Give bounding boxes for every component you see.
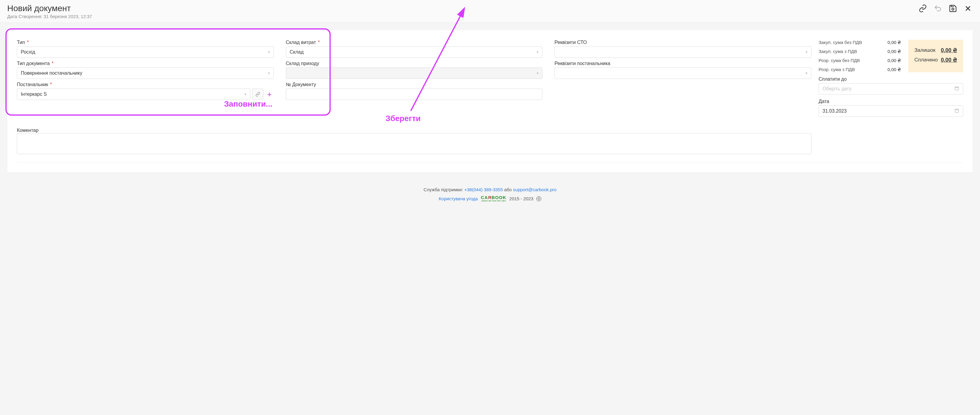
chevron-down-icon: ▾ <box>268 50 270 54</box>
supplier-link-button[interactable] <box>252 89 264 100</box>
creation-date: Дата Створення: 31 березня 2023, 12:37 <box>7 14 92 19</box>
page-header: Новий документ Дата Створення: 31 березн… <box>0 0 980 23</box>
doc-type-select[interactable]: Повернення постачальнику ▾ <box>17 67 274 79</box>
supplier-select[interactable]: Інтеркарс S ▾ <box>17 89 250 100</box>
paid-value[interactable]: 0,00 ₴ <box>941 57 957 63</box>
supplier-requisites-label: Реквізити постачальника <box>554 61 811 66</box>
paid-label: Сплачено <box>914 57 938 63</box>
sum-row-sale-novat: Розр. сума без ПДВ0,00 ₴ <box>819 58 901 63</box>
footer-or: або <box>504 187 512 192</box>
header-actions <box>918 4 973 13</box>
sum-row-purchase-vat: Закуп. сума з ПДВ0,00 ₴ <box>819 49 901 54</box>
link-icon[interactable] <box>918 4 928 13</box>
comment-label: Коментар <box>17 128 811 133</box>
remaining-label: Залишок <box>914 47 935 53</box>
registered-icon: R <box>536 196 541 201</box>
sto-requisites-select[interactable]: ▾ <box>554 46 811 58</box>
svg-rect-2 <box>955 87 959 90</box>
pay-until-label: Сплатити до <box>819 76 963 82</box>
pay-until-input[interactable]: Оберіть дату <box>819 83 963 95</box>
income-warehouse-select: ▾ <box>286 67 543 79</box>
footer-years: 2015 - 2023 <box>509 196 533 201</box>
sum-row-sale-vat: Розр. сума з ПДВ0,00 ₴ <box>819 67 901 72</box>
chevron-down-icon: ▾ <box>537 50 538 54</box>
comment-textarea[interactable] <box>17 133 811 154</box>
chevron-down-icon: ▾ <box>806 71 807 75</box>
user-agreement-link[interactable]: Користувача угода <box>439 196 478 201</box>
chevron-down-icon: ▾ <box>806 50 807 54</box>
income-warehouse-label: Склад приходу <box>286 61 543 66</box>
calendar-icon <box>955 86 959 92</box>
svg-rect-3 <box>955 109 959 112</box>
summary-highlight-box: Залишок0,00 ₴ Сплачено0,00 ₴ <box>908 40 963 72</box>
support-phone-link[interactable]: +38(044) 389-3355 <box>465 187 503 192</box>
supplier-label: Постачальник * <box>17 82 274 87</box>
document-panel: Заповнити... Зберегти Тип * Росхід ▾ Тип… <box>7 30 973 173</box>
support-label: Служба підтримки: <box>423 187 463 192</box>
date-input[interactable]: 31.03.2023 <box>819 105 963 117</box>
chevron-down-icon: ▾ <box>537 71 538 75</box>
sto-requisites-label: Реквізити СТО <box>554 40 811 45</box>
remaining-value[interactable]: 0,00 ₴ <box>941 47 957 54</box>
support-email-link[interactable]: support@carbook.pro <box>513 187 556 192</box>
form-fields: Тип * Росхід ▾ Тип документа * Поверненн… <box>17 40 811 117</box>
type-label: Тип * <box>17 40 274 45</box>
summary-column: Закуп. сума без ПДВ0,00 ₴ Закуп. сума з … <box>819 40 963 117</box>
carbook-logo: CAЯBOOK cause we love the cars <box>481 195 506 202</box>
expense-warehouse-label: Склад витрат * <box>286 40 543 45</box>
svg-point-0 <box>952 8 954 10</box>
doc-type-label: Тип документа * <box>17 61 274 66</box>
doc-number-input[interactable] <box>286 89 543 100</box>
type-select[interactable]: Росхід ▾ <box>17 46 274 58</box>
summary-numbers: Закуп. сума без ПДВ0,00 ₴ Закуп. сума з … <box>819 40 901 72</box>
undo-icon <box>933 4 943 13</box>
add-supplier-button[interactable]: + <box>265 90 274 99</box>
footer: Служба підтримки: +38(044) 389-3355 або … <box>0 180 980 213</box>
sum-row-purchase-novat: Закуп. сума без ПДВ0,00 ₴ <box>819 40 901 45</box>
doc-number-label: № Документу <box>286 82 543 87</box>
calendar-icon <box>955 108 959 114</box>
close-icon[interactable] <box>963 4 973 13</box>
chevron-down-icon: ▾ <box>268 71 270 75</box>
supplier-requisites-select[interactable]: ▾ <box>554 67 811 79</box>
expense-warehouse-select[interactable]: Склад ▾ <box>286 46 543 58</box>
date-label: Дата <box>819 99 963 104</box>
page-title: Новий документ <box>7 4 92 13</box>
chevron-down-icon: ▾ <box>245 92 247 96</box>
save-icon[interactable] <box>948 4 958 13</box>
